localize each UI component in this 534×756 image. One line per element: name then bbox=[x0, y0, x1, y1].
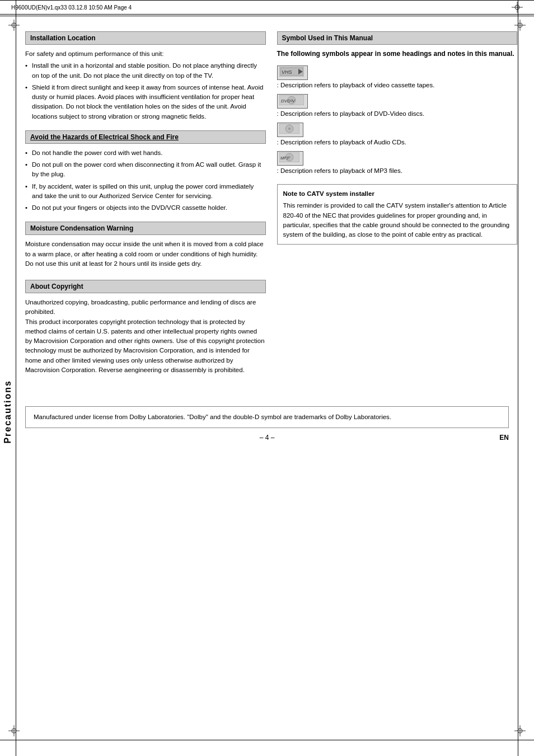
list-item: Install the unit in a horizontal and sta… bbox=[25, 61, 266, 81]
symbol-mp3: MP3 : Description refers to playback of … bbox=[277, 151, 518, 175]
symbol-vhs-desc: : Description refers to playback of vide… bbox=[277, 81, 518, 90]
symbol-cd-icon bbox=[277, 123, 518, 138]
side-label: Precautions bbox=[0, 67, 16, 756]
installation-bullets: Install the unit in a horizontal and sta… bbox=[25, 61, 266, 121]
bottom-right-crosshair bbox=[514, 725, 526, 736]
electrical-shock-content: Do not handle the power cord with wet ha… bbox=[25, 148, 266, 213]
moisture-condensation-header: Moisture Condensation Warning bbox=[25, 222, 266, 235]
note-catv-box: Note to CATV system installer This remin… bbox=[277, 184, 518, 245]
left-border bbox=[16, 0, 16, 756]
note-catv-content: This reminder is provided to call the CA… bbox=[283, 201, 512, 240]
electrical-bullets: Do not handle the power cord with wet ha… bbox=[25, 148, 266, 213]
list-item: Do not handle the power cord with wet ha… bbox=[25, 148, 266, 158]
svg-text:DVD-V: DVD-V bbox=[281, 98, 296, 104]
symbol-mp3-icon: MP3 bbox=[277, 151, 518, 166]
page-number-row: – 4 – EN bbox=[25, 434, 509, 442]
symbol-cd-desc: : Description refers to playback of Audi… bbox=[277, 138, 518, 147]
right-column: Symbol Used in This Manual The following… bbox=[277, 31, 518, 384]
symbol-cd: : Description refers to playback of Audi… bbox=[277, 123, 518, 147]
about-copyright-header: About Copyright bbox=[25, 280, 266, 293]
installation-location-header: Installation Location bbox=[25, 31, 266, 45]
top-left-crosshair bbox=[8, 20, 20, 31]
header-crosshair-icon bbox=[512, 2, 523, 13]
installation-location-content: For safety and optimum performance of th… bbox=[25, 49, 266, 121]
vhs-icon-svg: VHS bbox=[279, 67, 304, 77]
dolby-notice: Manufactured under license from Dolby La… bbox=[34, 412, 500, 422]
header-bar: H9600UD(EN)v1.qx33 03.12.8 10:50 AM Page… bbox=[0, 0, 534, 15]
list-item: Do not pull on the power cord when disco… bbox=[25, 160, 266, 180]
top-right-crosshair bbox=[514, 20, 526, 31]
list-item: If, by accident, water is spilled on thi… bbox=[25, 182, 266, 201]
symbol-vhs: VHS : Description refers to playback of … bbox=[277, 65, 518, 90]
side-label-text: Precautions bbox=[3, 380, 13, 444]
symbol-dvd: DVD-V : Description refers to playback o… bbox=[277, 94, 518, 118]
footer-dolby-box: Manufactured under license from Dolby La… bbox=[25, 406, 509, 428]
svg-text:MP3: MP3 bbox=[280, 156, 289, 160]
mp3-icon-svg: MP3 bbox=[279, 152, 299, 162]
moisture-text: Moisture condensation may occur inside t… bbox=[25, 240, 266, 269]
page-language: EN bbox=[499, 434, 509, 442]
electrical-shock-header: Avoid the Hazards of Electrical Shock an… bbox=[25, 130, 266, 144]
about-copyright-content: Unauthorized copying, broadcasting, publ… bbox=[25, 298, 266, 375]
installation-intro: For safety and optimum performance of th… bbox=[25, 49, 266, 59]
copyright-text: Unauthorized copying, broadcasting, publ… bbox=[25, 298, 266, 375]
svg-point-25 bbox=[288, 128, 291, 130]
dvd-icon-svg: DVD-V bbox=[279, 95, 304, 105]
svg-point-28 bbox=[288, 156, 291, 158]
content-area: Installation Location For safety and opt… bbox=[0, 20, 534, 395]
svg-text:VHS: VHS bbox=[282, 69, 292, 75]
cd-icon-svg bbox=[279, 124, 299, 134]
moisture-condensation-content: Moisture condensation may occur inside t… bbox=[25, 240, 266, 269]
top-border bbox=[0, 16, 534, 16]
symbol-dvd-desc: : Description refers to playback of DVD-… bbox=[277, 109, 518, 118]
symbol-mp3-desc: : Description refers to playback of MP3 … bbox=[277, 166, 518, 175]
page-number: – 4 – bbox=[260, 434, 275, 442]
symbol-section-content: The following symbols appear in some hea… bbox=[277, 49, 518, 175]
list-item: Shield it from direct sunlight and keep … bbox=[25, 83, 266, 121]
bottom-border bbox=[0, 740, 534, 740]
symbol-section-header: Symbol Used in This Manual bbox=[277, 31, 518, 45]
header-file-info: H9600UD(EN)v1.qx33 03.12.8 10:50 AM Page… bbox=[11, 4, 132, 11]
symbol-dvd-icon: DVD-V bbox=[277, 94, 518, 109]
symbol-intro-text: The following symbols appear in some hea… bbox=[277, 49, 518, 59]
left-column: Installation Location For safety and opt… bbox=[25, 31, 266, 384]
symbol-vhs-icon: VHS bbox=[277, 65, 518, 81]
note-catv-title: Note to CATV system installer bbox=[283, 189, 512, 199]
page-wrapper: H9600UD(EN)v1.qx33 03.12.8 10:50 AM Page… bbox=[0, 0, 534, 756]
list-item: Do not put your fingers or objects into … bbox=[25, 203, 266, 213]
right-border bbox=[518, 0, 518, 756]
